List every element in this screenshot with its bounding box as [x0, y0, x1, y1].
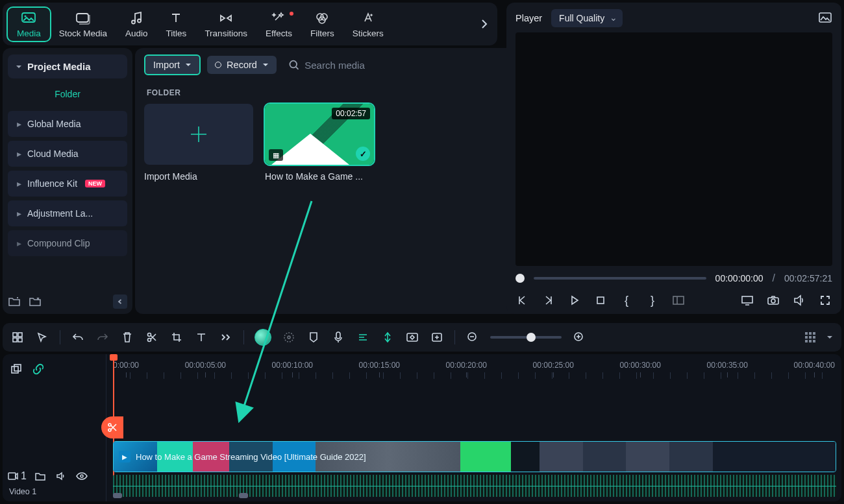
stop-icon[interactable] [593, 293, 608, 307]
svg-rect-18 [13, 333, 17, 337]
camera-icon[interactable] [766, 293, 780, 307]
zoom-in-icon[interactable] [572, 330, 586, 344]
sidebar-folder-heading[interactable]: Folder [5, 85, 130, 107]
tab-titles[interactable]: Titles [157, 8, 196, 41]
marker-shield-icon[interactable] [306, 330, 321, 344]
tab-stickers-label: Stickers [353, 29, 384, 38]
import-media-label: Import Media [144, 171, 253, 182]
import-media-card[interactable]: Import Media [144, 104, 253, 182]
more-tools-icon[interactable] [219, 330, 233, 344]
plus-icon [186, 121, 212, 147]
timeline-dup-icon[interactable] [9, 362, 23, 376]
media-clip-thumb[interactable]: 00:02:57 ▦ ✓ [265, 104, 374, 165]
sidebar-item-adjustment[interactable]: ▸ Adjustment La... [8, 200, 127, 226]
collapse-sidebar-button[interactable] [113, 294, 127, 309]
quality-dropdown[interactable]: Full Quality [551, 9, 623, 27]
video-track-header[interactable]: 1 [8, 469, 89, 483]
tab-media[interactable]: Media [8, 8, 50, 41]
delete-icon[interactable] [120, 330, 134, 344]
zoom-knob[interactable] [527, 333, 536, 342]
step-forward-icon[interactable] [541, 293, 556, 307]
player-title: Player [515, 13, 542, 23]
auto-beat-icon[interactable] [380, 330, 395, 344]
speed-icon[interactable] [282, 330, 296, 344]
keyframe-screen-icon[interactable] [405, 330, 419, 344]
track-folder-icon[interactable] [33, 469, 47, 483]
tab-transitions[interactable]: Transitions [195, 8, 256, 41]
ruler-stop: 00:00:10:00 [272, 361, 313, 370]
clip-handle[interactable] [113, 493, 122, 498]
fullscreen-icon[interactable] [818, 293, 832, 307]
text-icon[interactable] [194, 330, 208, 344]
time-total: 00:02:57:21 [784, 273, 832, 283]
import-media-thumb[interactable] [144, 104, 253, 165]
tab-stickers[interactable]: Stickers [343, 8, 393, 41]
tab-audio[interactable]: Audio [116, 8, 157, 41]
snapshot-icon[interactable] [818, 11, 832, 25]
svg-rect-33 [8, 473, 16, 479]
redo-icon[interactable] [95, 330, 110, 344]
record-button[interactable]: Record [207, 56, 277, 74]
transitions-icon [218, 10, 234, 26]
audio-mixer-icon[interactable] [356, 330, 370, 344]
zoom-out-icon[interactable] [465, 330, 480, 344]
tab-stock-media[interactable]: Stock Media [50, 8, 116, 41]
play-icon[interactable] [567, 293, 582, 307]
add-marker-icon[interactable] [430, 330, 444, 344]
sidebar-item-cloud[interactable]: ▸ Cloud Media [8, 141, 127, 167]
ruler-stop: 00:00:30:00 [620, 361, 661, 370]
delete-folder-icon[interactable] [29, 296, 42, 307]
chevron-down-icon [185, 62, 192, 68]
svg-rect-13 [597, 297, 604, 304]
tab-filters[interactable]: Filters [301, 8, 343, 41]
prev-frame-icon[interactable] [515, 293, 530, 307]
ai-avatar-icon[interactable] [254, 329, 271, 346]
view-dropdown-icon[interactable] [826, 330, 834, 344]
cut-tool-handle[interactable] [101, 416, 123, 438]
track-visible-icon[interactable] [75, 469, 89, 483]
volume-icon[interactable] [792, 293, 806, 307]
sidebar-item-global[interactable]: ▸ Global Media [8, 111, 127, 137]
svg-rect-26 [336, 332, 340, 339]
voiceover-icon[interactable] [331, 330, 345, 344]
track-mute-icon[interactable] [54, 469, 68, 483]
sidebar-item-label: Adjustment La... [27, 208, 93, 219]
undo-icon[interactable] [71, 330, 85, 344]
new-folder-icon[interactable] [8, 296, 21, 307]
svg-point-36 [108, 429, 111, 431]
tab-effects[interactable]: Effects [256, 8, 301, 41]
clip-play-icon: ▶ [119, 451, 130, 462]
record-label: Record [227, 60, 257, 70]
zoom-slider[interactable] [490, 336, 562, 339]
select-tool-icon[interactable] [35, 330, 49, 344]
sidebar-header[interactable]: Project Media [8, 54, 127, 78]
scrub-handle[interactable] [515, 274, 525, 283]
timeline-ruler[interactable]: 0:00:00 00:00:05:00 00:00:10:00 00:00:15… [3, 354, 841, 380]
preview-viewport[interactable] [515, 32, 832, 266]
media-clip-card[interactable]: 00:02:57 ▦ ✓ How to Make a Game ... [265, 104, 374, 182]
tab-effects-label: Effects [266, 29, 292, 38]
time-separator: / [773, 272, 775, 284]
clip-handle[interactable] [239, 493, 248, 498]
effects-badge-dot [290, 12, 293, 16]
svg-rect-32 [14, 365, 21, 371]
scrub-track[interactable] [534, 277, 706, 280]
crop-icon[interactable] [169, 330, 184, 344]
loop-icon[interactable] [671, 293, 686, 307]
import-button[interactable]: Import [144, 54, 201, 75]
display-icon[interactable] [740, 293, 754, 307]
split-icon[interactable] [145, 330, 159, 344]
mark-in-icon[interactable]: { [619, 293, 634, 307]
ruler-stop: 00:00:35:00 [707, 361, 748, 370]
timeline-link-icon[interactable] [31, 362, 45, 376]
player-header: Player Full Quality [515, 9, 832, 27]
chevron-right-icon: ▸ [17, 149, 22, 159]
sidebar-item-influence[interactable]: ▸ Influence Kit NEW [8, 171, 127, 197]
view-grid-icon[interactable] [805, 332, 815, 342]
tabs-scroll-right[interactable] [477, 16, 492, 32]
sidebar-item-compound[interactable]: ▸ Compound Clip [8, 230, 127, 256]
mark-out-icon[interactable]: } [645, 293, 660, 307]
tracks-icon[interactable] [10, 330, 25, 344]
video-clip[interactable]: ▶ How to Make a Game Streaming Video [Ul… [113, 441, 836, 472]
record-icon [215, 62, 221, 68]
